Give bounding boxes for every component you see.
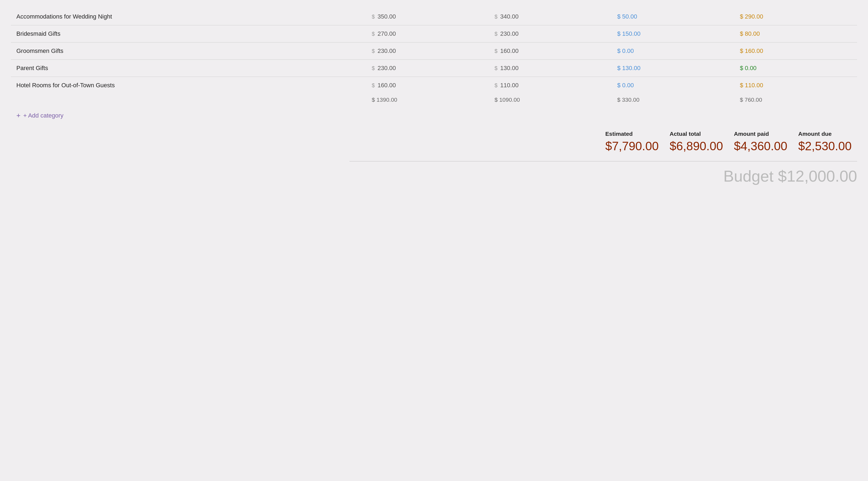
dollar-sign-icon: $ [372, 48, 375, 54]
estimated-value: 270.00 [377, 30, 396, 37]
paid-value: $ 50.00 [617, 13, 637, 20]
actual-value: 110.00 [500, 82, 519, 89]
total-actual-value: $6,890.00 [670, 139, 723, 153]
row-actual: $ 340.00 [489, 8, 612, 25]
dollar-sign-icon: $ [372, 13, 375, 20]
total-due-label: Amount due [798, 131, 851, 137]
row-actual: $ 130.00 [489, 60, 612, 77]
totals-divider [349, 161, 857, 161]
due-value: $ 160.00 [740, 47, 763, 55]
row-name: Bridesmaid Gifts [11, 25, 366, 42]
total-estimated-value: $7,790.00 [605, 139, 659, 153]
estimated-value: 230.00 [377, 65, 396, 72]
row-paid: $ 50.00 [612, 8, 734, 25]
row-paid: $ 130.00 [612, 60, 734, 77]
row-estimated: $ 350.00 [366, 8, 489, 25]
total-due-col: Amount due $2,530.00 [793, 128, 857, 156]
due-value: $ 0.00 [740, 65, 756, 72]
total-estimated-col: Estimated $7,790.00 [600, 128, 664, 156]
row-due: $ 160.00 [734, 42, 857, 60]
subtotal-name [11, 94, 366, 106]
paid-value: $ 130.00 [617, 65, 641, 72]
totals-section: Estimated $7,790.00 Actual total $6,890.… [11, 128, 857, 156]
table-row: Groomsmen Gifts $ 230.00 $ 160.00 $ 0.00 [11, 42, 857, 60]
row-actual: $ 110.00 [489, 77, 612, 94]
row-estimated: $ 230.00 [366, 60, 489, 77]
dollar-sign-icon: $ [495, 82, 498, 89]
subtotal-estimated-value: $ 1390.00 [372, 97, 397, 103]
table-row: Bridesmaid Gifts $ 270.00 $ 230.00 $ 150… [11, 25, 857, 42]
dollar-sign-icon: $ [495, 65, 498, 71]
due-value: $ 80.00 [740, 30, 760, 37]
row-paid: $ 0.00 [612, 42, 734, 60]
actual-value: 160.00 [500, 47, 519, 55]
row-due: $ 80.00 [734, 25, 857, 42]
total-actual-col: Actual total $6,890.00 [664, 128, 728, 156]
row-name: Accommodations for Wedding Night [11, 8, 366, 25]
due-value: $ 290.00 [740, 13, 763, 20]
actual-value: 340.00 [500, 13, 519, 20]
table-row: Parent Gifts $ 230.00 $ 130.00 $ 130.00 [11, 60, 857, 77]
subtotal-paid: $ 330.00 [612, 94, 734, 106]
row-estimated: $ 160.00 [366, 77, 489, 94]
paid-value: $ 0.00 [617, 82, 634, 89]
estimated-value: 230.00 [377, 47, 396, 55]
dollar-sign-icon: $ [372, 65, 375, 71]
table-row: Accommodations for Wedding Night $ 350.0… [11, 8, 857, 25]
estimated-value: 160.00 [377, 82, 396, 89]
add-category-button[interactable]: + + Add category [17, 111, 857, 120]
subtotal-actual-value: $ 1090.00 [495, 97, 520, 103]
dollar-sign-icon: $ [372, 31, 375, 37]
estimated-value: 350.00 [377, 13, 396, 20]
budget-table: Accommodations for Wedding Night $ 350.0… [11, 8, 857, 106]
dollar-sign-icon: $ [372, 82, 375, 89]
dollar-sign-icon: $ [495, 48, 498, 54]
row-estimated: $ 270.00 [366, 25, 489, 42]
row-actual: $ 230.00 [489, 25, 612, 42]
total-due-value: $2,530.00 [798, 139, 851, 153]
row-due: $ 110.00 [734, 77, 857, 94]
row-paid: $ 150.00 [612, 25, 734, 42]
row-name: Hotel Rooms for Out-of-Town Guests [11, 77, 366, 94]
row-name: Groomsmen Gifts [11, 42, 366, 60]
row-due: $ 0.00 [734, 60, 857, 77]
subtotal-actual: $ 1090.00 [489, 94, 612, 106]
plus-icon: + [17, 111, 21, 120]
actual-value: 130.00 [500, 65, 519, 72]
row-name: Parent Gifts [11, 60, 366, 77]
subtotal-paid-value: $ 330.00 [617, 97, 640, 103]
row-due: $ 290.00 [734, 8, 857, 25]
actual-value: 230.00 [500, 30, 519, 37]
dollar-sign-icon: $ [495, 13, 498, 20]
subtotal-due: $ 760.00 [734, 94, 857, 106]
add-category-label: + Add category [23, 112, 63, 119]
paid-value: $ 0.00 [617, 47, 634, 55]
budget-label: Budget $12,000.00 [723, 167, 857, 185]
total-paid-col: Amount paid $4,360.00 [728, 128, 793, 156]
dollar-sign-icon: $ [495, 31, 498, 37]
paid-value: $ 150.00 [617, 30, 641, 37]
total-estimated-label: Estimated [605, 131, 659, 137]
row-estimated: $ 230.00 [366, 42, 489, 60]
budget-footer: Budget $12,000.00 [11, 167, 857, 185]
row-actual: $ 160.00 [489, 42, 612, 60]
subtotal-row: $ 1390.00 $ 1090.00 $ 330.00 $ 760.00 [11, 94, 857, 106]
row-paid: $ 0.00 [612, 77, 734, 94]
subtotal-due-value: $ 760.00 [740, 97, 762, 103]
total-paid-value: $4,360.00 [734, 139, 787, 153]
total-paid-label: Amount paid [734, 131, 787, 137]
due-value: $ 110.00 [740, 82, 763, 89]
total-actual-label: Actual total [670, 131, 723, 137]
subtotal-estimated: $ 1390.00 [366, 94, 489, 106]
table-row: Hotel Rooms for Out-of-Town Guests $ 160… [11, 77, 857, 94]
